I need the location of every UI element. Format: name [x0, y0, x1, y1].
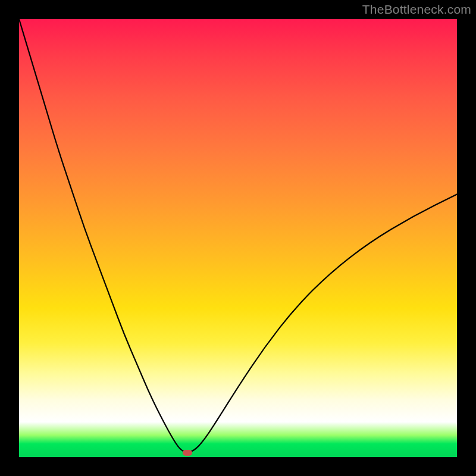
- chart-plot-area: [19, 19, 457, 457]
- chart-frame: TheBottleneck.com: [0, 0, 476, 476]
- minimum-marker: [183, 450, 192, 456]
- bottleneck-curve: [19, 19, 457, 457]
- watermark-text: TheBottleneck.com: [362, 2, 471, 17]
